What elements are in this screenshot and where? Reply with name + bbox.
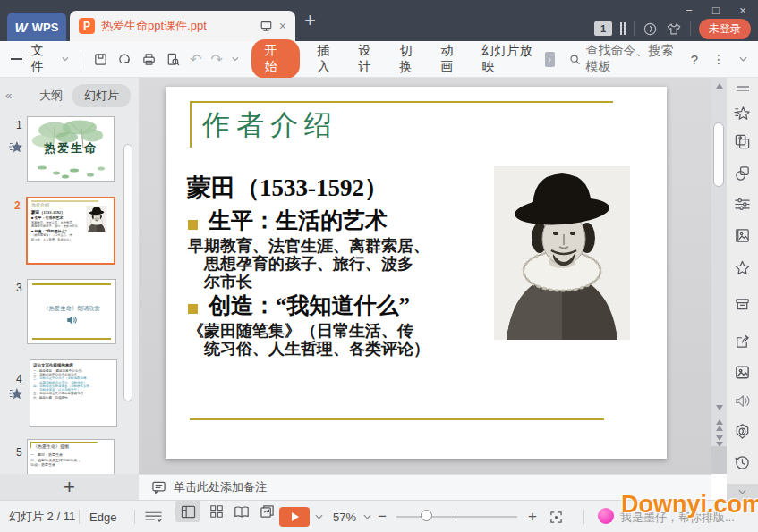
more-menu-icon[interactable]: ⋮ (712, 52, 725, 66)
panel-drag-handle[interactable] (727, 82, 758, 94)
export-button[interactable] (117, 50, 132, 68)
print-preview-button[interactable] (166, 50, 181, 68)
login-button[interactable]: 未登录 (699, 19, 751, 39)
para-2-line-1[interactable]: 《蒙田随笔集》（日常生活、传 (188, 322, 413, 340)
search-icon (569, 53, 581, 66)
command-search[interactable]: 查找命令、搜索模板 (569, 43, 682, 75)
play-options-caret-icon[interactable] (315, 514, 323, 519)
montaigne-portrait-image[interactable] (494, 166, 630, 340)
para-1-line-2[interactable]: 思想孕育的孩子、旅行、波多 (204, 255, 413, 273)
scroll-up-icon[interactable] (711, 81, 727, 90)
history-clock-icon[interactable] (727, 454, 758, 475)
right-tool-strip (727, 78, 758, 500)
zoom-in-button[interactable]: + (528, 501, 537, 532)
transition-panel-icon[interactable] (727, 133, 758, 154)
mode-label[interactable]: Edge (89, 501, 116, 532)
slide-4-thumbnail[interactable]: 议论文写作提纲的构思 一、确定题目 （题目就是中心论点） 二、怎样引出中心论点引… (30, 359, 117, 427)
close-window-button[interactable]: × (729, 0, 756, 20)
slide-3-number: 3 (16, 282, 22, 294)
tab-animation[interactable]: 动画 (436, 39, 468, 79)
tab-slides[interactable]: 幻灯片 (72, 84, 131, 107)
slide-sorter-view-button[interactable] (204, 501, 229, 522)
member-ring-icon[interactable] (643, 21, 658, 37)
notes-toggle-button[interactable] (145, 501, 162, 532)
quickbar-caret-icon[interactable] (232, 56, 239, 62)
slide-5-title: 《热爱生命》提纲 (33, 443, 111, 450)
add-slide-button[interactable]: + (0, 474, 139, 500)
collapse-ribbon-icon[interactable] (739, 56, 747, 62)
document-title: 热爱生命ppt课件.ppt (101, 18, 253, 34)
template-library-icon[interactable] (727, 227, 758, 248)
para-1-line-1[interactable]: 早期教育、法官生涯、离群索居、 (188, 237, 430, 255)
zoom-percent[interactable]: 57% (333, 501, 356, 532)
file-menu[interactable]: 文件 (31, 43, 53, 75)
help-button[interactable]: ? (691, 52, 698, 67)
zoom-out-button[interactable]: − (378, 501, 387, 532)
current-slide[interactable]: 作者介绍 蒙田（1533-1592） 生平：生活的艺术 早期教育、法官生涯、离群… (166, 87, 667, 459)
slide-heading[interactable]: 蒙田（1533-1592） (187, 172, 388, 204)
bullet-2-text[interactable]: 创造：“我知道什么” (209, 291, 410, 320)
slide-bottom-rule (190, 418, 604, 420)
redo-icon[interactable]: ↷ (210, 51, 222, 68)
collapse-panel-icon[interactable]: « (5, 89, 12, 102)
tab-slideshow[interactable]: 幻灯片放映 (477, 39, 536, 79)
fit-to-window-button[interactable] (549, 501, 563, 532)
previous-slide-icon[interactable] (711, 418, 727, 433)
document-tab[interactable]: P 热爱生命ppt课件.ppt × (70, 11, 295, 41)
menubar: 文件 ↶ ↷ 开始 插入 设计 切换 动画 幻灯片放映 › 查找命令、搜索模板 … (0, 41, 758, 78)
present-monitor-icon[interactable] (260, 20, 273, 32)
slide-2-number: 2 (14, 199, 21, 212)
close-tab-icon[interactable]: × (279, 19, 286, 33)
tab-design[interactable]: 设计 (353, 39, 386, 79)
wps-home-tab[interactable]: W WPS (7, 13, 66, 41)
seal-badge-icon[interactable] (727, 423, 758, 443)
smart-beautify-icon[interactable] (727, 105, 758, 125)
bullet-square-icon (188, 220, 198, 230)
tab-insert[interactable]: 插入 (312, 39, 345, 79)
para-1-line-3[interactable]: 尔市长 (204, 273, 252, 291)
ppt-file-icon: P (79, 18, 95, 34)
slide-5-thumbnail[interactable]: 《热爱生命》提纲 一、题目：热爱生命 二、确定论点及怎样引出论点， 论点：热爱生… (27, 439, 115, 474)
tab-home[interactable]: 开始 (251, 39, 300, 79)
minimize-button[interactable]: − (676, 0, 703, 20)
resource-box-icon[interactable] (727, 296, 758, 317)
scrollbar-thumb[interactable] (713, 122, 724, 187)
audio-panel-icon[interactable] (727, 393, 758, 413)
zoom-slider-track[interactable] (396, 516, 517, 518)
slide-2-thumbnail[interactable]: 作者介绍 蒙田（1533-1592） ■ 生平：生活的艺术 早期教育、法官生涯、… (26, 197, 115, 265)
handout-view-button[interactable] (254, 501, 279, 522)
scroll-down-icon[interactable] (711, 403, 727, 412)
share-icon[interactable] (727, 334, 758, 354)
titlebar: W WPS P 热爱生命ppt课件.ppt × + − □ × 1 (0, 0, 758, 41)
favorites-star-icon[interactable] (727, 259, 758, 280)
slide-panel: « 大纲 幻灯片 1 热爱生命 2 作者介绍 蒙田（1533-1592） ■ 生… (0, 78, 139, 474)
tab-outline[interactable]: 大纲 (39, 88, 63, 104)
undo-icon[interactable]: ↶ (190, 51, 201, 68)
properties-sliders-icon[interactable] (727, 196, 758, 216)
print-button[interactable] (141, 50, 157, 68)
image-panel-icon[interactable] (727, 364, 758, 384)
skin-shirt-icon[interactable] (666, 21, 682, 37)
play-slideshow-button[interactable] (279, 507, 310, 527)
backup-count-badge[interactable]: 1 (594, 21, 612, 36)
normal-view-button[interactable] (175, 501, 200, 522)
sidebar-scrollbar[interactable] (123, 144, 132, 401)
tab-transition[interactable]: 切换 (395, 39, 427, 79)
new-tab-button[interactable]: + (304, 9, 316, 32)
zoom-slider-knob[interactable] (421, 510, 432, 521)
maximize-button[interactable]: □ (703, 0, 729, 20)
slide-3-thumbnail[interactable]: 《热爱生命》朗诵欣赏 (27, 279, 116, 344)
para-2-line-2[interactable]: 统习俗、人生哲理、各类评论） (204, 340, 430, 358)
slideshow-expand-icon[interactable]: › (545, 52, 555, 67)
bullet-1-text[interactable]: 生平：生活的艺术 (209, 206, 388, 235)
shape-panel-icon[interactable] (727, 165, 758, 185)
zoom-caret-icon[interactable] (363, 514, 371, 519)
editing-canvas: 作者介绍 蒙田（1533-1592） 生平：生活的艺术 早期教育、法官生涯、离群… (139, 78, 711, 474)
file-caret-icon[interactable] (62, 56, 69, 62)
hamburger-menu-icon[interactable] (11, 55, 22, 64)
slide-1-thumbnail[interactable]: 热爱生命 (27, 116, 115, 182)
slide-title[interactable]: 作者介绍 (202, 106, 338, 144)
assistant-avatar[interactable] (598, 508, 614, 524)
reading-view-button[interactable] (229, 501, 254, 522)
save-button[interactable] (92, 50, 107, 68)
